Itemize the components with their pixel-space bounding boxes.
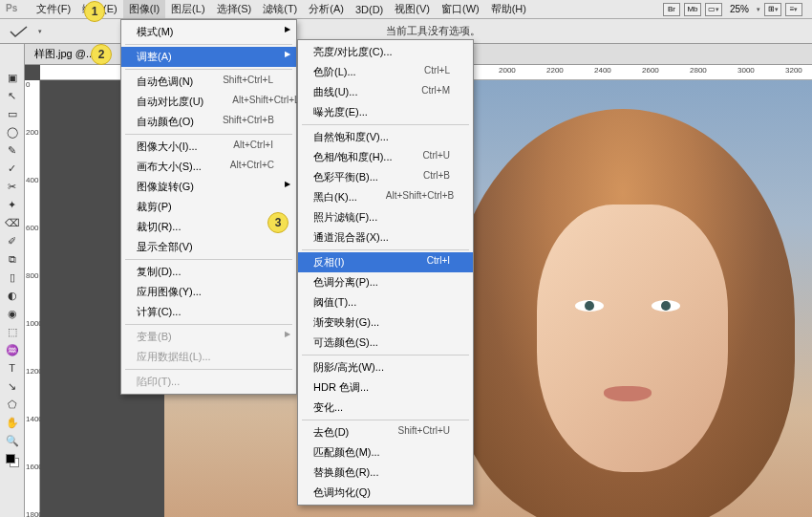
menu-item-label: 阈值(T)... (313, 295, 356, 310)
menu-item-shortcut: Ctrl+B (423, 170, 450, 184)
tool-0[interactable]: ▣ (3, 69, 22, 86)
tool-5[interactable]: ✓ (3, 160, 22, 177)
menu-item-label: 画布大小(S)... (137, 160, 202, 174)
menu-item-label: 色调均化(Q) (313, 485, 371, 500)
submenu-arrow-icon: ▶ (285, 330, 290, 338)
tool-4[interactable]: ✎ (3, 141, 22, 159)
tool-13[interactable]: ◉ (3, 305, 22, 322)
menu-select[interactable]: 选择(S) (211, 0, 258, 18)
image-menu-item-16[interactable]: 应用图像(Y)... (121, 282, 296, 302)
menu-file[interactable]: 文件(F) (31, 0, 76, 18)
tool-15[interactable]: ♒ (3, 341, 22, 358)
adjust-menu-item-14[interactable]: 阈值(T)... (298, 292, 473, 312)
tool-8[interactable]: ⌫ (3, 214, 22, 231)
menu-item-label: 显示全部(V) (137, 240, 193, 254)
tool-3[interactable]: ◯ (3, 123, 22, 140)
adjust-menu-item-13[interactable]: 色调分离(P)... (298, 272, 473, 292)
image-menu-item-4[interactable]: 自动色调(N)Shift+Ctrl+L (121, 72, 296, 92)
tool-6[interactable]: ✂ (3, 178, 22, 195)
menu-item-label: 去色(D) (313, 425, 349, 440)
tool-7[interactable]: ✦ (3, 196, 22, 213)
adjust-menu-item-8[interactable]: 黑白(K)...Alt+Shift+Ctrl+B (298, 187, 473, 207)
menu-item-label: 自动对比度(U) (137, 95, 203, 109)
image-menu-separator (125, 369, 292, 370)
adjust-menu-item-25[interactable]: 色调均化(Q) (298, 483, 473, 503)
adjust-menu-item-6[interactable]: 色相/饱和度(H)...Ctrl+U (298, 147, 473, 167)
tool-14[interactable]: ⬚ (3, 323, 22, 340)
color-swatches[interactable] (6, 454, 19, 467)
tool-10[interactable]: ⧉ (3, 250, 22, 268)
adjust-menu-item-23[interactable]: 匹配颜色(M)... (298, 442, 473, 463)
menu-item-label: 裁切(R)... (137, 220, 181, 234)
launch-minibridge-icon[interactable]: Mb (684, 3, 701, 16)
tool-17[interactable]: ↘ (3, 377, 22, 395)
menu-item-label: 变量(B) (137, 330, 172, 344)
tool-2[interactable]: ▭ (3, 105, 22, 122)
menu-item-label: 可选颜色(S)... (313, 335, 378, 350)
adjust-menu-item-20[interactable]: 变化... (298, 398, 473, 418)
adjust-menu-item-19[interactable]: HDR 色调... (298, 377, 473, 398)
menu-item-label: 通道混合器(X)... (313, 230, 389, 245)
menu-layer[interactable]: 图层(L) (165, 0, 210, 18)
image-menu-item-5[interactable]: 自动对比度(U)Alt+Shift+Ctrl+L (121, 92, 296, 112)
menu-analysis[interactable]: 分析(A) (303, 0, 350, 18)
image-menu-item-0[interactable]: 模式(M)▶ (121, 22, 296, 42)
current-tool-icon (10, 25, 29, 38)
menu-item-label: 渐变映射(G)... (313, 315, 379, 330)
ruler-vertical[interactable]: 0200400600800100012001400160018002000 (25, 80, 40, 517)
tool-18[interactable]: ⬠ (3, 396, 22, 413)
image-menu-item-17[interactable]: 计算(C)... (121, 302, 296, 322)
adjust-menu-item-10[interactable]: 通道混合器(X)... (298, 227, 473, 248)
adjust-menu-item-5[interactable]: 自然饱和度(V)... (298, 127, 473, 147)
image-menu-item-11[interactable]: 裁剪(P) (121, 197, 296, 217)
menu-item-label: 色阶(L)... (313, 65, 356, 79)
adjust-menu-item-3[interactable]: 曝光度(E)... (298, 102, 473, 122)
adjust-menu-separator (302, 355, 469, 355)
menu-image[interactable]: 图像(I) (123, 0, 165, 18)
arrange-docs-icon[interactable]: ⊞▾ (764, 3, 781, 16)
adjust-menu-item-2[interactable]: 曲线(U)...Ctrl+M (298, 82, 473, 102)
image-menu-item-8[interactable]: 图像大小(I)...Alt+Ctrl+I (121, 137, 296, 157)
menu-help[interactable]: 帮助(H) (485, 0, 532, 18)
tool-9[interactable]: ✐ (3, 232, 22, 249)
image-menu-item-10[interactable]: 图像旋转(G)▶ (121, 177, 296, 197)
menu-view[interactable]: 视图(V) (389, 0, 436, 18)
adjust-menu-item-0[interactable]: 亮度/对比度(C)... (298, 42, 473, 62)
adjust-menu-item-1[interactable]: 色阶(L)...Ctrl+L (298, 62, 473, 82)
image-menu-item-6[interactable]: 自动颜色(O)Shift+Ctrl+B (121, 112, 296, 132)
tool-20[interactable]: 🔍 (3, 432, 22, 449)
tool-19[interactable]: ✋ (3, 414, 22, 431)
image-menu-item-15[interactable]: 复制(D)... (121, 262, 296, 282)
adjust-menu-item-24[interactable]: 替换颜色(R)... (298, 463, 473, 483)
adjust-menu-item-18[interactable]: 阴影/高光(W)... (298, 357, 473, 377)
image-menu-item-13[interactable]: 显示全部(V) (121, 237, 296, 257)
image-menu-separator (125, 44, 292, 45)
adjust-menu-item-15[interactable]: 渐变映射(G)... (298, 312, 473, 333)
image-menu-dropdown: 模式(M)▶调整(A)▶自动色调(N)Shift+Ctrl+L自动对比度(U)A… (120, 19, 297, 395)
menu-3d[interactable]: 3D(D) (350, 2, 389, 17)
image-menu-item-9[interactable]: 画布大小(S)...Alt+Ctrl+C (121, 157, 296, 177)
tool-1[interactable]: ↖ (3, 87, 22, 104)
menu-item-label: HDR 色调... (313, 380, 369, 395)
zoom-level[interactable]: 25% (726, 4, 753, 14)
menu-item-shortcut: Shift+Ctrl+U (398, 425, 450, 440)
tool-12[interactable]: ◐ (3, 287, 22, 304)
adjust-menu-item-16[interactable]: 可选颜色(S)... (298, 333, 473, 353)
annotation-badge-2: 2 (91, 44, 112, 65)
tool-11[interactable]: ▯ (3, 269, 22, 286)
tool-picker-arrow-icon[interactable]: ▾ (38, 28, 42, 35)
menu-window[interactable]: 窗口(W) (436, 0, 485, 18)
document-tab[interactable]: 样图.jpg @... (34, 47, 95, 61)
adjust-menu-item-12[interactable]: 反相(I)Ctrl+I (298, 252, 473, 272)
menu-item-label: 阴影/高光(W)... (313, 360, 384, 375)
tool-16[interactable]: T (3, 359, 22, 377)
menu-filter[interactable]: 滤镜(T) (257, 0, 303, 18)
menu-item-label: 匹配颜色(M)... (313, 445, 380, 460)
adjust-menu-item-7[interactable]: 色彩平衡(B)...Ctrl+B (298, 167, 473, 187)
adjust-menu-item-9[interactable]: 照片滤镜(F)... (298, 207, 473, 227)
launch-bridge-icon[interactable]: Br (663, 3, 680, 16)
workspace-switch-icon[interactable]: ≡▾ (785, 3, 802, 16)
image-menu-item-2[interactable]: 调整(A)▶ (121, 47, 296, 67)
adjust-menu-item-22[interactable]: 去色(D)Shift+Ctrl+U (298, 422, 473, 442)
screen-mode-icon[interactable]: ▭▾ (705, 3, 722, 16)
